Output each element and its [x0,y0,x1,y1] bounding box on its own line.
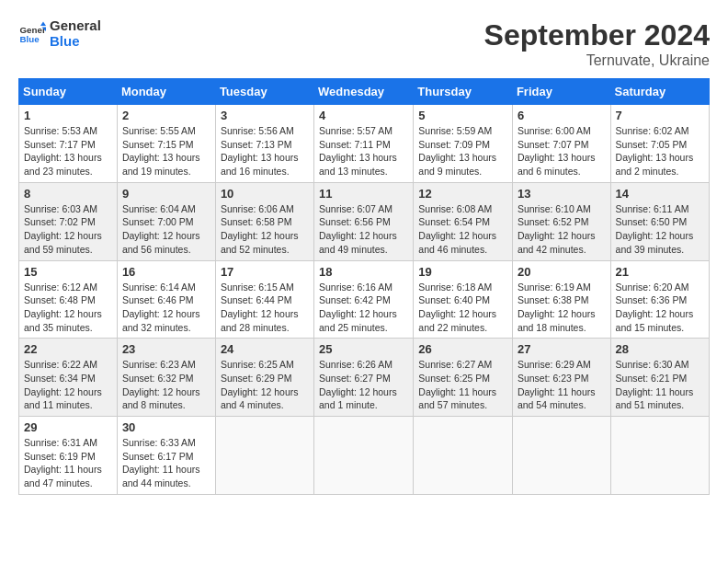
day-info: Sunrise: 6:23 AM Sunset: 6:32 PM Dayligh… [122,358,210,412]
calendar-day-cell: 28Sunrise: 6:30 AM Sunset: 6:21 PM Dayli… [610,339,709,417]
day-info: Sunrise: 6:03 AM Sunset: 7:02 PM Dayligh… [24,202,112,257]
calendar-day-cell: 3Sunrise: 5:56 AM Sunset: 7:13 PM Daylig… [215,105,313,183]
day-info: Sunrise: 5:56 AM Sunset: 7:13 PM Dayligh… [221,124,309,178]
calendar-header-day: Saturday [610,79,709,105]
calendar-day-cell: 8Sunrise: 6:03 AM Sunset: 7:02 PM Daylig… [19,182,118,260]
calendar-day-cell: 15Sunrise: 6:12 AM Sunset: 6:48 PM Dayli… [19,260,118,339]
calendar-day-cell: 1Sunrise: 5:53 AM Sunset: 7:17 PM Daylig… [19,105,118,183]
day-info: Sunrise: 5:53 AM Sunset: 7:17 PM Dayligh… [24,124,112,178]
day-info: Sunrise: 6:04 AM Sunset: 7:00 PM Dayligh… [122,202,210,257]
day-info: Sunrise: 5:59 AM Sunset: 7:09 PM Dayligh… [418,124,507,178]
day-number: 24 [221,342,309,356]
day-info: Sunrise: 6:15 AM Sunset: 6:44 PM Dayligh… [221,281,309,335]
calendar-day-cell: 12Sunrise: 6:08 AM Sunset: 6:54 PM Dayli… [414,182,513,260]
calendar-day-cell: 26Sunrise: 6:27 AM Sunset: 6:25 PM Dayli… [414,339,513,417]
day-info: Sunrise: 6:08 AM Sunset: 6:54 PM Dayligh… [418,202,507,257]
calendar-header-day: Sunday [19,79,118,105]
day-number: 22 [24,342,112,356]
calendar-day-cell: 30Sunrise: 6:33 AM Sunset: 6:17 PM Dayli… [117,417,215,495]
calendar-day-cell: 11Sunrise: 6:07 AM Sunset: 6:56 PM Dayli… [314,182,414,260]
calendar-day-cell: 2Sunrise: 5:55 AM Sunset: 7:15 PM Daylig… [117,105,215,183]
calendar-week-row: 22Sunrise: 6:22 AM Sunset: 6:34 PM Dayli… [19,339,710,417]
day-info: Sunrise: 6:27 AM Sunset: 6:25 PM Dayligh… [418,358,507,412]
day-info: Sunrise: 6:14 AM Sunset: 6:46 PM Dayligh… [122,281,210,335]
calendar-table: SundayMondayTuesdayWednesdayThursdayFrid… [18,78,710,495]
calendar-day-cell [414,417,513,495]
svg-marker-2 [40,21,46,26]
day-number: 11 [319,187,408,201]
day-number: 13 [518,187,606,201]
day-info: Sunrise: 6:29 AM Sunset: 6:23 PM Dayligh… [518,358,606,412]
calendar-header-row: SundayMondayTuesdayWednesdayThursdayFrid… [19,79,710,105]
calendar-day-cell: 17Sunrise: 6:15 AM Sunset: 6:44 PM Dayli… [215,260,313,339]
logo-icon: General Blue [18,20,46,48]
day-number: 8 [24,187,112,201]
day-info: Sunrise: 6:26 AM Sunset: 6:27 PM Dayligh… [319,358,408,412]
calendar-day-cell: 4Sunrise: 5:57 AM Sunset: 7:11 PM Daylig… [314,105,414,183]
day-number: 2 [122,109,210,122]
calendar-day-cell: 20Sunrise: 6:19 AM Sunset: 6:38 PM Dayli… [512,260,610,339]
day-info: Sunrise: 6:19 AM Sunset: 6:38 PM Dayligh… [518,281,606,335]
calendar-day-cell: 14Sunrise: 6:11 AM Sunset: 6:50 PM Dayli… [610,182,709,260]
day-number: 9 [122,187,210,201]
calendar-day-cell: 25Sunrise: 6:26 AM Sunset: 6:27 PM Dayli… [314,339,414,417]
day-info: Sunrise: 6:22 AM Sunset: 6:34 PM Dayligh… [24,358,112,412]
day-number: 21 [616,265,704,279]
calendar-day-cell: 24Sunrise: 6:25 AM Sunset: 6:29 PM Dayli… [215,339,313,417]
day-info: Sunrise: 6:20 AM Sunset: 6:36 PM Dayligh… [616,281,704,335]
day-number: 10 [221,187,309,201]
day-number: 29 [24,420,112,434]
calendar-week-row: 8Sunrise: 6:03 AM Sunset: 7:02 PM Daylig… [19,182,710,260]
calendar-day-cell: 6Sunrise: 6:00 AM Sunset: 7:07 PM Daylig… [512,105,610,183]
day-info: Sunrise: 6:18 AM Sunset: 6:40 PM Dayligh… [418,281,507,335]
title-section: September 2024 Ternuvate, Ukraine [484,18,710,69]
day-number: 18 [319,265,408,279]
calendar-day-cell [610,417,709,495]
day-info: Sunrise: 6:33 AM Sunset: 6:17 PM Dayligh… [122,436,210,490]
calendar-day-cell: 9Sunrise: 6:04 AM Sunset: 7:00 PM Daylig… [117,182,215,260]
calendar-day-cell [512,417,610,495]
calendar-header-day: Friday [512,79,610,105]
day-number: 7 [616,109,704,122]
day-number: 17 [221,265,309,279]
day-info: Sunrise: 6:12 AM Sunset: 6:48 PM Dayligh… [24,281,112,335]
calendar-day-cell: 21Sunrise: 6:20 AM Sunset: 6:36 PM Dayli… [610,260,709,339]
calendar-day-cell: 7Sunrise: 6:02 AM Sunset: 7:05 PM Daylig… [610,105,709,183]
day-number: 5 [418,109,507,122]
calendar-day-cell: 23Sunrise: 6:23 AM Sunset: 6:32 PM Dayli… [117,339,215,417]
calendar-day-cell: 16Sunrise: 6:14 AM Sunset: 6:46 PM Dayli… [117,260,215,339]
location-title: Ternuvate, Ukraine [484,52,710,69]
day-info: Sunrise: 6:07 AM Sunset: 6:56 PM Dayligh… [319,202,408,257]
day-number: 6 [518,109,606,122]
day-number: 14 [616,187,704,201]
day-number: 3 [221,109,309,122]
calendar-body: 1Sunrise: 5:53 AM Sunset: 7:17 PM Daylig… [19,105,710,495]
day-number: 28 [616,342,704,356]
day-info: Sunrise: 6:06 AM Sunset: 6:58 PM Dayligh… [221,202,309,257]
calendar-day-cell: 10Sunrise: 6:06 AM Sunset: 6:58 PM Dayli… [215,182,313,260]
day-info: Sunrise: 6:30 AM Sunset: 6:21 PM Dayligh… [616,358,704,412]
calendar-day-cell [314,417,414,495]
day-info: Sunrise: 5:55 AM Sunset: 7:15 PM Dayligh… [122,124,210,178]
logo-general-text: General [50,18,101,34]
day-info: Sunrise: 6:31 AM Sunset: 6:19 PM Dayligh… [24,436,112,490]
day-info: Sunrise: 5:57 AM Sunset: 7:11 PM Dayligh… [319,124,408,178]
logo-blue-text: Blue [50,34,101,50]
day-number: 27 [518,342,606,356]
day-number: 15 [24,265,112,279]
day-number: 16 [122,265,210,279]
svg-text:General: General [20,24,47,34]
day-number: 26 [418,342,507,356]
calendar-day-cell [215,417,313,495]
day-number: 1 [24,109,112,122]
calendar-day-cell: 13Sunrise: 6:10 AM Sunset: 6:52 PM Dayli… [512,182,610,260]
header: General Blue General Blue September 2024… [18,18,710,69]
day-info: Sunrise: 6:02 AM Sunset: 7:05 PM Dayligh… [616,124,704,178]
calendar-day-cell: 5Sunrise: 5:59 AM Sunset: 7:09 PM Daylig… [414,105,513,183]
calendar-week-row: 1Sunrise: 5:53 AM Sunset: 7:17 PM Daylig… [19,105,710,183]
day-number: 30 [122,420,210,434]
calendar-header-day: Thursday [414,79,513,105]
day-number: 20 [518,265,606,279]
calendar-header-day: Wednesday [314,79,414,105]
logo: General Blue General Blue [18,18,101,49]
